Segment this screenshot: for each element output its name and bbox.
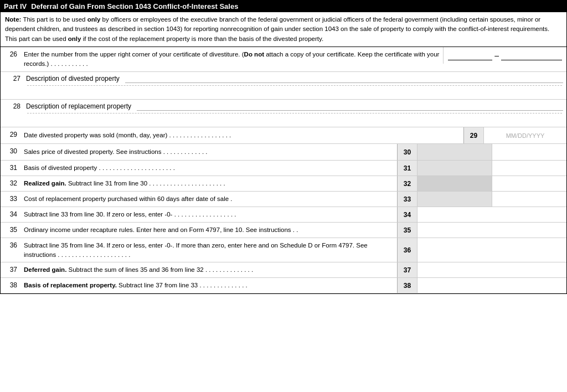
row-28-top: 28 Description of replacement property xyxy=(1,100,566,113)
row-33-gray-area xyxy=(417,192,492,207)
row-27-top: 27 Description of divested property xyxy=(1,72,566,85)
row-32-field-number: 32 xyxy=(397,176,417,191)
row-27-number: 27 xyxy=(4,75,24,82)
row-27: 27 Description of divested property xyxy=(1,72,566,100)
row-33-field-number: 33 xyxy=(397,192,417,207)
row-32-label: Realized gain. Subtract line 31 from lin… xyxy=(20,176,397,191)
row-37-input[interactable] xyxy=(417,262,566,277)
row-31-gray-area xyxy=(417,161,492,176)
row-28-input-line[interactable] xyxy=(137,102,563,111)
row-29: 29 Date divested property was sold (mont… xyxy=(1,127,566,144)
row-28-number: 28 xyxy=(4,102,24,110)
part-header: Part IV Deferral of Gain From Section 10… xyxy=(1,1,566,12)
row-35-label-text: Ordinary income under recapture rules. E… xyxy=(24,225,298,235)
row-32-gray-area xyxy=(417,176,492,191)
row-26: 26 Enter the number from the upper right… xyxy=(1,47,566,73)
row-31-input[interactable] xyxy=(492,161,566,176)
row-30-number: 30 xyxy=(1,144,20,160)
row-34-label-text: Subtract line 33 from line 30. If zero o… xyxy=(24,210,236,219)
row-27-label: Description of divested property xyxy=(26,75,120,82)
row-34-input[interactable] xyxy=(417,207,566,222)
note-box: Note: This part is to be used only by of… xyxy=(1,12,566,47)
row-30-label-text: Sales price of divested property. See in… xyxy=(24,147,208,157)
row-29-field-number: 29 xyxy=(463,127,483,143)
row-26-number: 26 xyxy=(1,47,20,60)
row-35-input[interactable] xyxy=(417,223,566,238)
row-31: 31 Basis of divested property . . . . . … xyxy=(1,161,566,176)
row-31-number: 31 xyxy=(1,161,20,176)
row-29-number: 29 xyxy=(1,127,20,143)
row-29-label: Date divested property was sold (month, … xyxy=(20,127,463,143)
row-26-cert-field: – xyxy=(443,47,566,64)
row-32-input[interactable] xyxy=(492,176,566,191)
row-32: 32 Realized gain. Subtract line 31 from … xyxy=(1,176,566,192)
note-text: Note: This part is to be used only by of… xyxy=(5,16,549,42)
row-37: 37 Deferred gain. Subtract the sum of li… xyxy=(1,262,566,278)
part-label: Part IV xyxy=(4,2,27,11)
cert-dash: – xyxy=(494,51,499,60)
row-38-label-text: Basis of replacement property. Subtract … xyxy=(24,281,248,290)
row-35-field-number: 35 xyxy=(397,223,417,238)
row-33-number: 33 xyxy=(1,192,20,207)
row-30-field-number: 30 xyxy=(397,144,417,160)
row-36-label: Subtract line 35 from line 34. If zero o… xyxy=(20,238,397,262)
row-33-label-text: Cost of replacement property purchased w… xyxy=(24,194,233,204)
row-38-label: Basis of replacement property. Subtract … xyxy=(20,278,397,293)
row-38-number: 38 xyxy=(1,278,20,293)
row-37-field-number: 37 xyxy=(397,262,417,277)
row-37-label-text: Deferred gain. Subtract the sum of lines… xyxy=(24,265,253,275)
row-29-date-input[interactable]: MM/DD/YYYY xyxy=(483,127,566,143)
row-38-field-number: 38 xyxy=(397,278,417,293)
row-35: 35 Ordinary income under recapture rules… xyxy=(1,223,566,238)
form-part-iv: Part IV Deferral of Gain From Section 10… xyxy=(0,0,567,294)
row-33-input[interactable] xyxy=(492,192,566,207)
row-32-number: 32 xyxy=(1,176,20,191)
row-32-label-text: Realized gain. Subtract line 31 from lin… xyxy=(24,179,225,188)
row-27-second-line[interactable] xyxy=(27,85,562,93)
row-38-input[interactable] xyxy=(417,278,566,293)
row-28-label: Description of replacement property xyxy=(26,102,131,110)
cert-box-1[interactable] xyxy=(448,50,492,60)
row-36: 36 Subtract line 35 from line 34. If zer… xyxy=(1,238,566,262)
row-36-label-text: Subtract line 35 from line 34. If zero o… xyxy=(24,241,394,260)
row-38: 38 Basis of replacement property. Subtra… xyxy=(1,278,566,293)
row-30-gray-area xyxy=(417,144,492,160)
row-34-field-number: 34 xyxy=(397,207,417,222)
row-26-label: Enter the number from the upper right co… xyxy=(20,47,443,72)
row-31-label: Basis of divested property . . . . . . .… xyxy=(20,161,397,176)
row-31-field-number: 31 xyxy=(397,161,417,176)
row-37-number: 37 xyxy=(1,262,20,277)
row-28: 28 Description of replacement property xyxy=(1,100,566,127)
row-36-number: 36 xyxy=(1,238,20,262)
row-36-input[interactable] xyxy=(417,238,566,262)
row-33-label: Cost of replacement property purchased w… xyxy=(20,192,397,207)
row-35-number: 35 xyxy=(1,223,20,238)
row-29-label-text: Date divested property was sold (month, … xyxy=(24,131,231,140)
row-30: 30 Sales price of divested property. See… xyxy=(1,144,566,161)
row-26-label-text: Enter the number from the upper right co… xyxy=(24,50,440,69)
row-36-field-number: 36 xyxy=(397,238,417,262)
row-35-label: Ordinary income under recapture rules. E… xyxy=(20,223,397,238)
row-34-label: Subtract line 33 from line 30. If zero o… xyxy=(20,207,397,222)
row-30-input[interactable] xyxy=(492,144,566,160)
row-37-label: Deferred gain. Subtract the sum of lines… xyxy=(20,262,397,277)
part-title: Deferral of Gain From Section 1043 Confl… xyxy=(31,2,238,11)
row-30-label: Sales price of divested property. See in… xyxy=(20,144,397,160)
row-34-number: 34 xyxy=(1,207,20,222)
row-27-input-line[interactable] xyxy=(125,74,563,83)
row-34: 34 Subtract line 33 from line 30. If zer… xyxy=(1,207,566,223)
cert-box-2[interactable] xyxy=(501,50,562,60)
row-28-second-line[interactable] xyxy=(27,113,562,121)
row-33: 33 Cost of replacement property purchase… xyxy=(1,192,566,207)
row-31-label-text: Basis of divested property . . . . . . .… xyxy=(24,163,175,173)
